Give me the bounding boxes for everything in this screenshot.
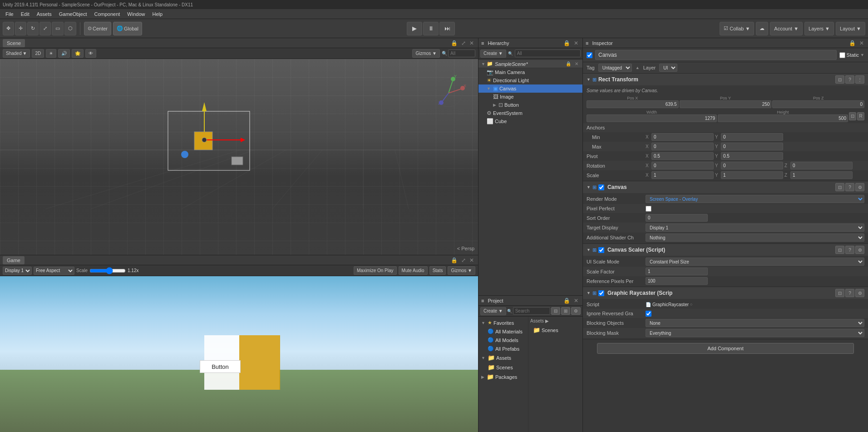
- menu-file[interactable]: File: [2, 10, 17, 18]
- static-checkbox[interactable]: [839, 52, 845, 58]
- graphic-raycaster-checkbox[interactable]: [598, 290, 604, 296]
- game-close-btn[interactable]: ✕: [468, 257, 475, 264]
- width-field[interactable]: [587, 114, 717, 122]
- pause-button[interactable]: ⏸: [423, 22, 439, 35]
- scene-hidden-btn[interactable]: 👁: [85, 49, 96, 58]
- object-enabled-checkbox[interactable]: [587, 52, 592, 58]
- anchor-max-y-field[interactable]: [721, 143, 783, 150]
- inspector-lock-btn[interactable]: 🔒: [848, 40, 857, 47]
- canvas-scaler-info-btn[interactable]: ?: [845, 246, 854, 254]
- wh-reset-btn[interactable]: R: [857, 112, 864, 120]
- pos-z-field[interactable]: [772, 100, 864, 108]
- pivot-x-field[interactable]: [651, 152, 714, 160]
- layer-dropdown[interactable]: UI: [659, 64, 677, 72]
- scene-light-btn[interactable]: ☀: [46, 49, 56, 58]
- blocking-mask-select[interactable]: Everything: [646, 329, 864, 337]
- project-all-materials[interactable]: 🔵 All Materials: [478, 327, 528, 336]
- project-lock-btn[interactable]: 🔒: [562, 297, 572, 304]
- play-button[interactable]: ▶: [407, 22, 422, 35]
- cloud-button[interactable]: ☁: [756, 22, 768, 35]
- packages-header[interactable]: ▶ 📁 Packages: [478, 372, 528, 382]
- game-gizmos-btn[interactable]: Gizmos ▼: [448, 266, 475, 275]
- rect-transform-info-btn[interactable]: ?: [845, 75, 854, 84]
- hierarchy-item-directional-light[interactable]: ☀ Directional Light: [478, 76, 582, 84]
- pivot-btn[interactable]: ⊙ Center: [84, 22, 111, 35]
- rot-z-field[interactable]: [790, 162, 853, 169]
- project-right-scenes[interactable]: 📁 Scenes: [530, 325, 581, 335]
- target-display-select[interactable]: Display 1: [646, 223, 864, 232]
- hierarchy-create-btn[interactable]: Create ▼: [480, 50, 506, 58]
- canvas-component-header[interactable]: ▼ ⊞ Canvas ⊡ ? ⚙: [583, 181, 868, 193]
- hierarchy-item-button[interactable]: ▶ ⊡ Button: [478, 101, 582, 109]
- pixel-perfect-checkbox[interactable]: [646, 206, 651, 212]
- object-name-field[interactable]: [595, 50, 837, 60]
- menu-component[interactable]: Component: [90, 10, 123, 18]
- pos-x-field[interactable]: [587, 100, 679, 108]
- space-btn[interactable]: 🌐 Global: [113, 22, 142, 35]
- mute-audio-btn[interactable]: Mute Audio: [399, 266, 428, 275]
- scene-viewport[interactable]: Y X Z < Persp: [0, 59, 478, 255]
- rot-x-field[interactable]: [651, 162, 714, 169]
- menu-gameobject[interactable]: GameObject: [55, 10, 91, 18]
- ignore-reversed-checkbox[interactable]: [646, 311, 651, 317]
- collab-button[interactable]: ☑ Collab ▼: [720, 22, 754, 35]
- inspector-close-btn[interactable]: ✕: [858, 40, 865, 47]
- assets-header[interactable]: ▼ 📁 Assets: [478, 353, 528, 362]
- ui-scale-mode-select[interactable]: Constant Pixel Size: [646, 258, 864, 266]
- step-button[interactable]: ⏭: [439, 22, 455, 35]
- canvas-comp-checkbox[interactable]: [598, 184, 604, 190]
- canvas-scaler-menu-btn[interactable]: ⚙: [855, 246, 864, 254]
- scene-effects-btn[interactable]: 🌟: [72, 49, 84, 58]
- project-search[interactable]: [513, 307, 550, 315]
- menu-help[interactable]: Help: [148, 10, 166, 18]
- canvas-button[interactable]: Button: [200, 360, 241, 373]
- hierarchy-item-cube[interactable]: ⬜ Cube: [478, 117, 582, 125]
- maximize-on-play-btn[interactable]: Maximize On Play: [354, 266, 397, 275]
- scene-close-icon[interactable]: ✕: [573, 61, 580, 67]
- project-settings-btn[interactable]: ⚙: [571, 307, 581, 315]
- canvas-comp-info-btn[interactable]: ?: [845, 183, 854, 191]
- scale-z-field[interactable]: [790, 171, 853, 179]
- layers-button[interactable]: Layers ▼: [804, 22, 834, 35]
- favorites-header[interactable]: ▼ ★ Favorites: [478, 318, 528, 327]
- game-maximize-btn[interactable]: ⤢: [460, 257, 467, 264]
- rect-transform-header[interactable]: ▼ ⊞ Rect Transform ⊡ ? ⋮: [583, 74, 868, 85]
- canvas-comp-menu-btn[interactable]: ⚙: [855, 183, 864, 191]
- scene-header-row[interactable]: ▼ 📁 SampleScene* 🔒 ✕: [478, 60, 582, 68]
- project-close-btn[interactable]: ✕: [572, 297, 580, 304]
- graphic-raycaster-menu-btn[interactable]: ⚙: [855, 289, 864, 297]
- project-scenes-folder[interactable]: 📁 Scenes: [478, 362, 528, 372]
- static-dropdown-arrow[interactable]: ▼: [860, 53, 864, 57]
- graphic-raycaster-ref-btn[interactable]: ⊡: [835, 289, 844, 297]
- canvas-comp-ref-btn[interactable]: ⊡: [835, 183, 844, 191]
- stats-btn[interactable]: Stats: [429, 266, 446, 275]
- wh-constrain-btn[interactable]: ⊡: [849, 112, 856, 120]
- ref-pixels-field[interactable]: [646, 277, 708, 285]
- scale-slider[interactable]: [89, 268, 126, 274]
- menu-edit[interactable]: Edit: [17, 10, 33, 18]
- anchor-max-x-field[interactable]: [651, 143, 714, 150]
- tool-scale[interactable]: ⤢: [39, 22, 51, 35]
- canvas-scaler-header[interactable]: ▼ ⊞ Canvas Scaler (Script) ⊡ ? ⚙: [583, 244, 868, 256]
- rect-transform-menu-btn[interactable]: ⋮: [855, 75, 864, 84]
- tool-rect[interactable]: ▭: [52, 22, 64, 35]
- game-viewport[interactable]: Button: [0, 276, 478, 432]
- hierarchy-close-btn[interactable]: ✕: [572, 40, 580, 47]
- menu-assets[interactable]: Assets: [33, 10, 55, 18]
- scene-audio-btn[interactable]: 🔊: [58, 49, 70, 58]
- tag-dropdown[interactable]: Untagged: [598, 64, 632, 72]
- hierarchy-item-image[interactable]: 🖼 Image: [478, 93, 582, 101]
- add-component-button[interactable]: Add Component: [597, 343, 853, 354]
- scene-lock-icon[interactable]: 🔒: [564, 61, 572, 67]
- scene-tab[interactable]: Scene: [3, 39, 25, 47]
- tool-hand[interactable]: ✥: [3, 22, 14, 35]
- pivot-y-field[interactable]: [721, 152, 783, 160]
- rect-transform-ref-btn[interactable]: ⊡: [835, 75, 844, 84]
- rot-y-field[interactable]: [721, 162, 783, 169]
- scale-factor-field[interactable]: [646, 268, 708, 275]
- scene-maximize-btn[interactable]: ⤢: [460, 40, 467, 47]
- 2d-button[interactable]: 2D: [32, 49, 44, 58]
- canvas-scaler-ref-btn[interactable]: ⊡: [835, 246, 844, 254]
- scale-x-field[interactable]: [651, 171, 714, 179]
- gizmos-btn[interactable]: Gizmos ▼: [412, 49, 440, 58]
